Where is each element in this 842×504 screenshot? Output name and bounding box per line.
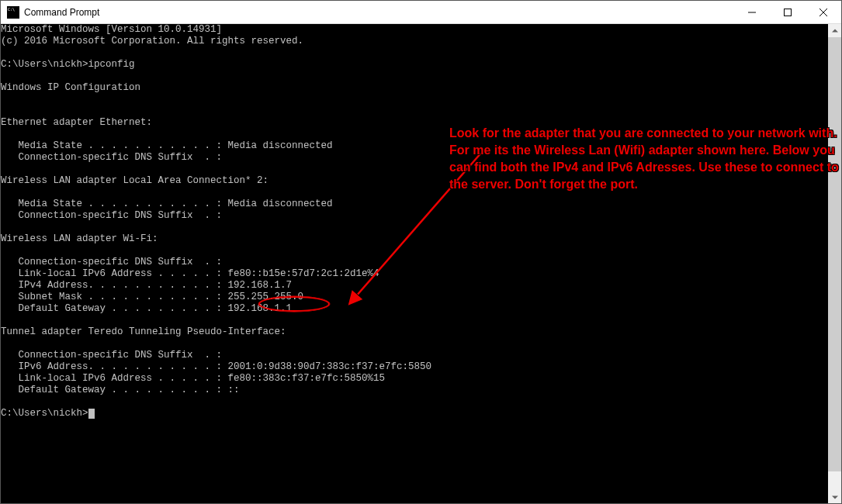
scrollbar-up-button[interactable] xyxy=(828,24,841,37)
chevron-down-icon xyxy=(832,494,838,500)
cursor xyxy=(88,409,95,419)
wifi-dns-suffix: Connection-specific DNS Suffix . : xyxy=(1,257,222,268)
terminal-area: Microsoft Windows [Version 10.0.14931] (… xyxy=(1,24,841,503)
adapter-wifi-header: Wireless LAN adapter Wi-Fi: xyxy=(1,233,158,244)
ethernet-dns-suffix: Connection-specific DNS Suffix . : xyxy=(1,152,222,163)
maximize-icon xyxy=(784,9,792,16)
chevron-up-icon xyxy=(832,28,838,34)
prompt-command: ipconfig xyxy=(88,59,135,70)
minimize-button[interactable] xyxy=(734,1,770,23)
line-ms-version: Microsoft Windows [Version 10.0.14931] xyxy=(1,24,222,35)
line-ms-copyright: (c) 2016 Microsoft Corporation. All righ… xyxy=(1,36,303,47)
prompt-path-2: C:\Users\nickh> xyxy=(1,408,88,419)
cmd-icon xyxy=(7,6,19,19)
wifi-subnet-mask: Subnet Mask . . . . . . . . . . . : 255.… xyxy=(1,292,303,302)
heading-ipconfig: Windows IP Configuration xyxy=(1,82,140,93)
terminal-output[interactable]: Microsoft Windows [Version 10.0.14931] (… xyxy=(1,24,828,503)
minimize-icon xyxy=(748,9,756,16)
wifi-ipv6-address: Link-local IPv6 Address . . . . . : fe80… xyxy=(1,268,379,279)
command-prompt-window: Command Prompt Microsoft Windows [Versio… xyxy=(0,0,842,504)
titlebar[interactable]: Command Prompt xyxy=(1,1,841,24)
wlan2-media-state: Media State . . . . . . . . . . . : Medi… xyxy=(1,198,333,209)
teredo-link-local: Link-local IPv6 Address . . . . . : fe80… xyxy=(1,373,385,384)
scrollbar-down-button[interactable] xyxy=(828,490,841,503)
maximize-button[interactable] xyxy=(770,1,806,23)
teredo-dns-suffix: Connection-specific DNS Suffix . : xyxy=(1,350,222,361)
close-button[interactable] xyxy=(806,1,841,23)
adapter-teredo-header: Tunnel adapter Teredo Tunneling Pseudo-I… xyxy=(1,326,286,337)
teredo-default-gateway: Default Gateway . . . . . . . . . : :: xyxy=(1,385,240,395)
close-icon xyxy=(819,9,827,16)
adapter-ethernet-header: Ethernet adapter Ethernet: xyxy=(1,117,152,128)
vertical-scrollbar[interactable] xyxy=(828,24,841,503)
window-controls xyxy=(734,1,841,23)
ethernet-media-state: Media State . . . . . . . . . . . : Medi… xyxy=(1,140,333,151)
wifi-default-gateway: Default Gateway . . . . . . . . . : 192.… xyxy=(1,303,292,314)
scrollbar-thumb[interactable] xyxy=(828,37,841,471)
wifi-ipv4-address: IPv4 Address. . . . . . . . . . . : 192.… xyxy=(1,280,292,291)
window-title: Command Prompt xyxy=(24,7,734,18)
wlan2-dns-suffix: Connection-specific DNS Suffix . : xyxy=(1,210,222,221)
svg-rect-1 xyxy=(785,9,792,16)
prompt-path: C:\Users\nickh> xyxy=(1,59,88,70)
adapter-wlan2-header: Wireless LAN adapter Local Area Connecti… xyxy=(1,175,269,186)
teredo-ipv6-address: IPv6 Address. . . . . . . . . . . : 2001… xyxy=(1,361,431,372)
